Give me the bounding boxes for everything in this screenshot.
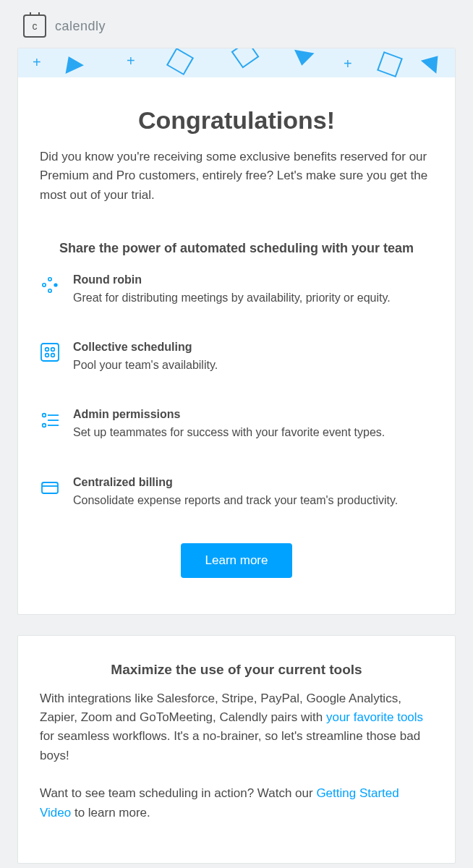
- square-icon: [231, 48, 260, 68]
- feature-admin: Admin permissions Set up teammates for s…: [40, 408, 433, 441]
- triangle-icon: [291, 50, 314, 68]
- text: Want to see team scheduling in action? W…: [40, 786, 316, 800]
- svg-rect-14: [42, 482, 58, 493]
- square-icon: [166, 48, 194, 75]
- feature-round-robin: Round robin Great for distributing meeti…: [40, 273, 433, 306]
- brand-header: c calendly: [17, 0, 456, 48]
- round-robin-icon: [40, 275, 60, 295]
- plus-icon: +: [127, 53, 135, 69]
- intro-text: Did you know you're receiving some exclu…: [40, 148, 433, 205]
- svg-point-8: [51, 354, 55, 357]
- admin-icon: [40, 409, 60, 430]
- plus-icon: +: [33, 54, 41, 71]
- page-title: Congratulations!: [40, 106, 433, 135]
- tools-paragraph-2: Want to see team scheduling in action? W…: [40, 784, 433, 822]
- tools-paragraph-1: With integrations like Salesforce, Strip…: [40, 689, 433, 765]
- svg-point-0: [48, 278, 51, 281]
- feature-title: Centralized billing: [73, 476, 433, 489]
- square-icon: [377, 51, 403, 77]
- svg-point-6: [51, 348, 55, 352]
- feature-desc: Set up teammates for success with your f…: [73, 424, 433, 441]
- triangle-icon: [421, 49, 446, 73]
- svg-point-9: [43, 414, 46, 417]
- learn-more-button[interactable]: Learn more: [181, 543, 293, 578]
- svg-point-5: [46, 348, 49, 352]
- svg-point-2: [54, 283, 57, 286]
- section-heading: Share the power of automated scheduling …: [40, 241, 433, 256]
- feature-desc: Pool your team's availability.: [73, 357, 433, 373]
- plus-icon: +: [344, 56, 352, 72]
- tools-card: Maximize the use of your current tools W…: [17, 635, 456, 864]
- feature-title: Round robin: [73, 273, 433, 286]
- feature-title: Collective scheduling: [73, 341, 433, 354]
- feature-title: Admin permissions: [73, 408, 433, 421]
- billing-icon: [40, 477, 60, 498]
- svg-rect-4: [41, 344, 59, 361]
- tools-heading: Maximize the use of your current tools: [40, 662, 433, 678]
- feature-desc: Consolidate expense reports and track yo…: [73, 492, 433, 509]
- svg-point-1: [43, 284, 46, 286]
- svg-point-12: [43, 424, 46, 427]
- triangle-icon: [59, 52, 84, 74]
- calendly-logo-icon: c: [23, 14, 46, 38]
- svg-point-3: [48, 289, 51, 292]
- feature-desc: Great for distributing meetings by avail…: [73, 289, 433, 306]
- decorative-banner: + + +: [18, 48, 455, 77]
- text: for seamless workflows. It's a no-braine…: [40, 729, 420, 762]
- feature-collective: Collective scheduling Pool your team's a…: [40, 341, 433, 373]
- svg-point-7: [46, 354, 49, 357]
- collective-icon: [40, 342, 60, 362]
- brand-name: calendly: [55, 19, 106, 34]
- feature-billing: Centralized billing Consolidate expense …: [40, 476, 433, 509]
- main-card: + + + Congratulations! Did you know you'…: [17, 48, 456, 615]
- text: to learn more.: [71, 806, 150, 820]
- favorite-tools-link[interactable]: your favorite tools: [326, 710, 423, 724]
- logo-letter: c: [33, 20, 38, 32]
